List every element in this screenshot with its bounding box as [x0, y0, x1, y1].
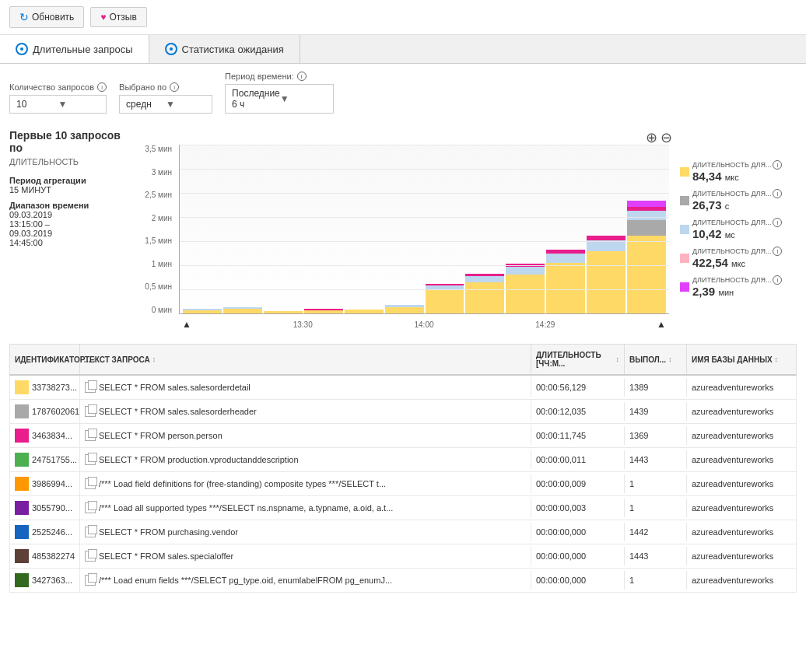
- y-label-6: 3 мин: [134, 168, 177, 177]
- th-id[interactable]: ИДЕНТИФИКАТОР... ↕: [10, 345, 80, 374]
- tab-long-queries[interactable]: Длительные запросы: [0, 35, 149, 63]
- cell-exec-2: 1369: [625, 426, 687, 445]
- chart-title: Первые 10 запросов по: [9, 129, 134, 154]
- bar-group-4: [304, 309, 343, 313]
- cell-exec-value-3: 1443: [629, 455, 648, 464]
- copy-icon-5[interactable]: [85, 502, 96, 513]
- legend-value-2: 26,73 с: [692, 198, 782, 212]
- cell-db-6: azureadventureworks: [687, 523, 796, 541]
- cell-db-8: azureadventureworks: [687, 571, 796, 590]
- info-icon-legend-3[interactable]: i: [773, 218, 782, 227]
- chart-range-label: Диапазон времени: [9, 201, 134, 210]
- cell-db-7: azureadventureworks: [687, 547, 796, 565]
- info-icon-legend-1[interactable]: i: [773, 160, 782, 170]
- zoom-out-button[interactable]: ⊖: [661, 129, 672, 146]
- th-db[interactable]: ИМЯ БАЗЫ ДАННЫХ ↕: [687, 345, 796, 374]
- copy-icon-0[interactable]: [85, 382, 96, 393]
- refresh-button[interactable]: ↻ Обновить: [9, 6, 84, 28]
- legend-label-1: ДЛИТЕЛЬНОСТЬ ДЛЯ... i: [692, 160, 782, 170]
- cell-dur-6: 00:00:00,000: [531, 523, 625, 541]
- table-row: 24751755... SELECT * FROM production.vpr…: [9, 448, 797, 472]
- cell-dur-value-4: 00:00:00,009: [536, 479, 586, 488]
- th-text[interactable]: ТЕКСТ ЗАПРОСА ↕: [80, 345, 531, 374]
- arrow-left: ▲: [182, 319, 191, 330]
- tab-icon-wait-stats: [165, 43, 177, 55]
- copy-icon-7[interactable]: [85, 551, 96, 562]
- filter-count-select[interactable]: 10 ▼: [9, 95, 107, 114]
- cell-exec-value-0: 1389: [629, 383, 648, 392]
- zoom-in-button[interactable]: ⊕: [646, 129, 657, 146]
- cell-exec-value-4: 1: [629, 479, 634, 488]
- chevron-down-icon-period: ▼: [280, 93, 327, 104]
- cell-exec-6: 1442: [625, 523, 687, 541]
- cell-exec-4: 1: [625, 474, 687, 493]
- table-row: 3055790... /*** Load all supported types…: [9, 496, 797, 520]
- cell-text-value-1: SELECT * FROM sales.salesorderheader: [99, 407, 257, 416]
- filter-count: Количество запросов i 10 ▼: [9, 82, 107, 114]
- filter-sort: Выбрано по i средн ▼: [119, 82, 212, 114]
- toolbar: ↻ Обновить ♥ Отзыв: [0, 0, 806, 35]
- sort-icon-db: ↕: [775, 355, 779, 363]
- cell-dur-value-2: 00:00:11,745: [536, 431, 586, 440]
- cell-text-3: SELECT * FROM production.vproductanddesc…: [80, 450, 531, 470]
- cell-id-value-4: 3986994...: [32, 479, 72, 488]
- chart-center-panel: ⊕ ⊖ 3,5 мин 3 мин 2,5 мин 2 мин 1,5 мин …: [134, 129, 672, 331]
- cell-db-value-5: azureadventureworks: [692, 503, 773, 513]
- filter-period-label: Период времени: i: [225, 72, 334, 81]
- cell-id-7: 485382274: [10, 544, 80, 568]
- bar-group-10: [546, 250, 585, 313]
- cell-dur-8: 00:00:00,000: [531, 571, 625, 590]
- tab-wait-stats[interactable]: Статистика ожидания: [149, 35, 300, 63]
- info-icon-legend-4[interactable]: i: [773, 247, 782, 256]
- cell-db-value-7: azureadventureworks: [692, 551, 773, 561]
- filter-sort-select[interactable]: средн ▼: [119, 95, 212, 114]
- copy-icon-4[interactable]: [85, 478, 96, 489]
- legend-color-1: [680, 167, 689, 177]
- info-icon-period[interactable]: i: [297, 72, 307, 81]
- cell-db-value-1: azureadventureworks: [692, 407, 773, 416]
- copy-icon-2[interactable]: [85, 430, 96, 441]
- cell-exec-value-6: 1442: [629, 527, 648, 537]
- x-label-1: 13:30: [293, 320, 313, 329]
- info-icon-legend-5[interactable]: i: [773, 275, 782, 285]
- bar-group-2: [223, 307, 262, 313]
- bar-group-6: [385, 305, 424, 313]
- row-color-4: [15, 477, 29, 491]
- copy-icon-1[interactable]: [85, 406, 96, 417]
- cell-db-value-0: azureadventureworks: [692, 383, 773, 392]
- arrow-right: ▲: [657, 319, 666, 330]
- cell-text-2: SELECT * FROM person.person: [80, 425, 531, 446]
- feedback-button[interactable]: ♥ Отзыв: [90, 7, 146, 27]
- cell-text-value-5: /*** Load all supported types ***/SELECT…: [99, 503, 393, 513]
- copy-icon-8[interactable]: [85, 575, 96, 586]
- refresh-icon: ↻: [19, 11, 29, 23]
- row-color-3: [15, 453, 29, 467]
- th-exec[interactable]: ВЫПОЛ... ↕: [625, 345, 687, 374]
- cell-text-0: SELECT * FROM sales.salesorderdetail: [80, 377, 531, 397]
- filter-period-select[interactable]: Последние 6 ч ▼: [225, 84, 334, 114]
- y-label-3: 1,5 мин: [134, 236, 177, 245]
- legend-item-4: ДЛИТЕЛЬНОСТЬ ДЛЯ... i 422,54 мкс: [680, 247, 797, 269]
- cell-text-8: /*** Load enum fields ***/SELECT pg_type…: [80, 570, 531, 590]
- cell-dur-value-7: 00:00:00,000: [536, 551, 586, 561]
- copy-icon-6[interactable]: [85, 527, 96, 537]
- info-icon-count[interactable]: i: [97, 82, 107, 92]
- cell-db-1: azureadventureworks: [687, 402, 796, 421]
- th-dur[interactable]: ДЛИТЕЛЬНОСТЬ [ЧЧ:М... ↕: [531, 345, 625, 374]
- x-label-2: 14:00: [414, 320, 433, 329]
- cell-id-value-5: 3055790...: [32, 503, 72, 513]
- legend-label-4: ДЛИТЕЛЬНОСТЬ ДЛЯ... i: [692, 247, 782, 256]
- info-icon-legend-2[interactable]: i: [773, 189, 782, 198]
- row-color-1: [15, 404, 29, 418]
- cell-id-3: 24751755...: [10, 448, 80, 471]
- cell-dur-value-1: 00:00:12,035: [536, 407, 586, 416]
- copy-icon-3[interactable]: [85, 454, 96, 465]
- bar-group-1: [183, 309, 222, 313]
- legend-color-4: [680, 254, 689, 263]
- cell-text-value-8: /*** Load enum fields ***/SELECT pg_type…: [99, 576, 392, 585]
- cell-exec-8: 1: [625, 571, 687, 590]
- table-row: 3427363... /*** Load enum fields ***/SEL…: [9, 569, 797, 593]
- row-color-5: [15, 501, 29, 515]
- info-icon-sort[interactable]: i: [170, 82, 179, 92]
- cell-exec-5: 1: [625, 499, 687, 517]
